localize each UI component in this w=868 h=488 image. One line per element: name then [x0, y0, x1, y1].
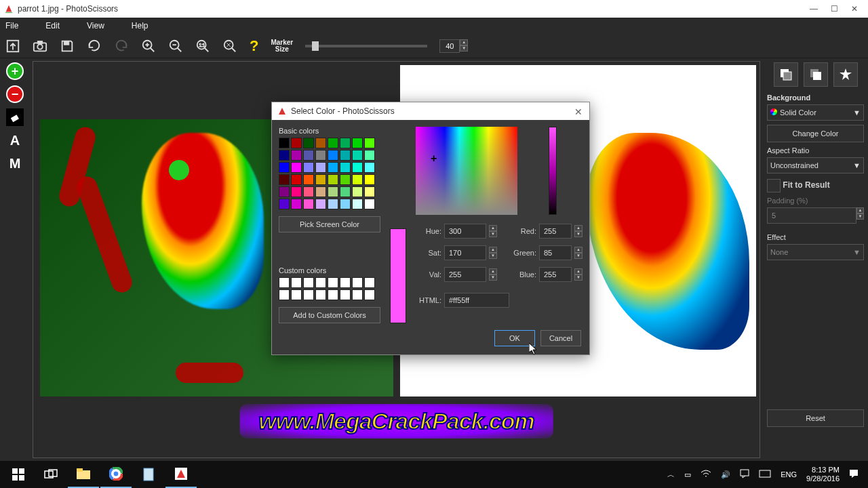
- color-swatch[interactable]: [303, 138, 314, 148]
- color-swatch[interactable]: [291, 199, 302, 209]
- tray-clock[interactable]: 8:13 PM9/28/2016: [806, 466, 840, 483]
- val-input[interactable]: [444, 267, 486, 282]
- marker-size-slider[interactable]: [305, 45, 427, 47]
- background-mode-select[interactable]: Solid Color▼: [767, 104, 864, 121]
- sat-input[interactable]: [444, 245, 486, 260]
- add-custom-colors-button[interactable]: Add to Custom Colors: [279, 307, 380, 323]
- padding-spinner[interactable]: ▲▼: [856, 207, 864, 224]
- hue-input[interactable]: [444, 224, 486, 239]
- color-swatch[interactable]: [364, 150, 375, 161]
- color-swatch[interactable]: [340, 150, 351, 161]
- html-color-input[interactable]: [444, 293, 509, 308]
- color-swatch[interactable]: [291, 150, 302, 161]
- color-swatch[interactable]: [303, 162, 314, 173]
- menu-file[interactable]: File: [5, 21, 18, 30]
- tray-language[interactable]: ENG: [781, 470, 797, 479]
- reset-button[interactable]: Reset: [767, 409, 864, 427]
- color-swatch[interactable]: [303, 199, 314, 209]
- tray-up-icon[interactable]: ︿: [667, 470, 675, 480]
- color-swatch[interactable]: [328, 199, 338, 209]
- color-swatch[interactable]: [328, 150, 338, 161]
- window-close[interactable]: ✕: [850, 5, 859, 13]
- color-swatch[interactable]: [303, 186, 314, 197]
- zoom-fit-icon[interactable]: [222, 39, 237, 54]
- save-icon[interactable]: [60, 39, 75, 54]
- hue-slider[interactable]: [549, 127, 557, 215]
- pick-screen-color-button[interactable]: Pick Screen Color: [279, 216, 380, 232]
- color-swatch[interactable]: [364, 162, 375, 173]
- color-swatch[interactable]: [279, 186, 290, 197]
- green-input[interactable]: [539, 245, 572, 260]
- dialog-close-button[interactable]: ✕: [574, 106, 584, 116]
- zoom-in-icon[interactable]: [141, 39, 156, 54]
- file-explorer-taskbar[interactable]: [68, 461, 99, 488]
- tab-effects[interactable]: [833, 62, 858, 87]
- color-swatch[interactable]: [352, 162, 363, 173]
- marker-size-spinner[interactable]: ▲▼: [460, 39, 468, 53]
- effect-select[interactable]: None▼: [767, 244, 864, 260]
- notepad-taskbar[interactable]: [133, 461, 164, 488]
- color-swatch[interactable]: [352, 199, 363, 209]
- fit-to-result-checkbox[interactable]: [767, 179, 781, 192]
- tab-background[interactable]: [774, 62, 798, 87]
- color-swatch[interactable]: [315, 162, 326, 173]
- color-swatch[interactable]: [328, 162, 338, 173]
- foreground-marker-tool[interactable]: +: [6, 62, 24, 80]
- tray-notifications-icon[interactable]: [740, 469, 749, 480]
- photoscissors-taskbar[interactable]: [165, 461, 197, 488]
- color-swatch[interactable]: [279, 150, 290, 161]
- custom-colors-grid[interactable]: [279, 277, 380, 300]
- tab-foreground[interactable]: [804, 62, 828, 87]
- chrome-taskbar[interactable]: [100, 461, 132, 488]
- task-view-button[interactable]: [35, 461, 66, 488]
- color-swatch[interactable]: [352, 186, 363, 197]
- help-icon[interactable]: ?: [250, 37, 258, 55]
- redo-icon[interactable]: [114, 39, 129, 54]
- saturation-value-picker[interactable]: +: [416, 127, 517, 215]
- open-icon[interactable]: [5, 39, 20, 54]
- color-swatch[interactable]: [352, 174, 363, 185]
- color-swatch[interactable]: [364, 138, 375, 148]
- marker-size-value[interactable]: 40: [439, 39, 460, 53]
- color-swatch[interactable]: [291, 138, 302, 148]
- color-swatch[interactable]: [315, 138, 326, 148]
- camera-icon[interactable]: [33, 39, 47, 54]
- color-swatch[interactable]: [315, 199, 326, 209]
- color-swatch[interactable]: [279, 199, 290, 209]
- color-swatch[interactable]: [364, 174, 375, 185]
- start-button[interactable]: [3, 461, 34, 488]
- menu-help[interactable]: Help: [132, 21, 149, 30]
- red-input[interactable]: [539, 224, 572, 239]
- color-swatch[interactable]: [291, 174, 302, 185]
- color-swatch[interactable]: [303, 174, 314, 185]
- zoom-actual-icon[interactable]: 1:1: [195, 39, 210, 54]
- color-swatch[interactable]: [328, 174, 338, 185]
- color-swatch[interactable]: [315, 174, 326, 185]
- window-minimize[interactable]: —: [810, 5, 818, 13]
- color-swatch[interactable]: [279, 174, 290, 185]
- color-swatch[interactable]: [364, 186, 375, 197]
- padding-input[interactable]: [767, 207, 856, 224]
- color-swatch[interactable]: [291, 162, 302, 173]
- mask-tool[interactable]: M: [6, 155, 24, 172]
- background-marker-tool[interactable]: −: [6, 85, 24, 103]
- tray-action-center-icon[interactable]: [849, 469, 859, 480]
- tray-volume-icon[interactable]: 🔊: [721, 470, 730, 479]
- color-swatch[interactable]: [291, 186, 302, 197]
- eraser-tool[interactable]: [6, 108, 24, 126]
- aspect-ratio-select[interactable]: Unconstrained▼: [767, 157, 864, 174]
- menu-view[interactable]: View: [87, 21, 104, 30]
- color-swatch[interactable]: [328, 138, 338, 148]
- basic-colors-grid[interactable]: [279, 138, 380, 209]
- color-swatch[interactable]: [315, 186, 326, 197]
- change-color-button[interactable]: Change Color: [767, 125, 864, 142]
- color-swatch[interactable]: [303, 150, 314, 161]
- text-tool[interactable]: A: [6, 131, 24, 149]
- window-maximize[interactable]: ☐: [830, 5, 838, 13]
- undo-icon[interactable]: [87, 39, 102, 54]
- menu-edit[interactable]: Edit: [45, 21, 60, 30]
- color-swatch[interactable]: [340, 199, 351, 209]
- color-swatch[interactable]: [340, 138, 351, 148]
- color-swatch[interactable]: [352, 150, 363, 161]
- color-swatch[interactable]: [279, 138, 290, 148]
